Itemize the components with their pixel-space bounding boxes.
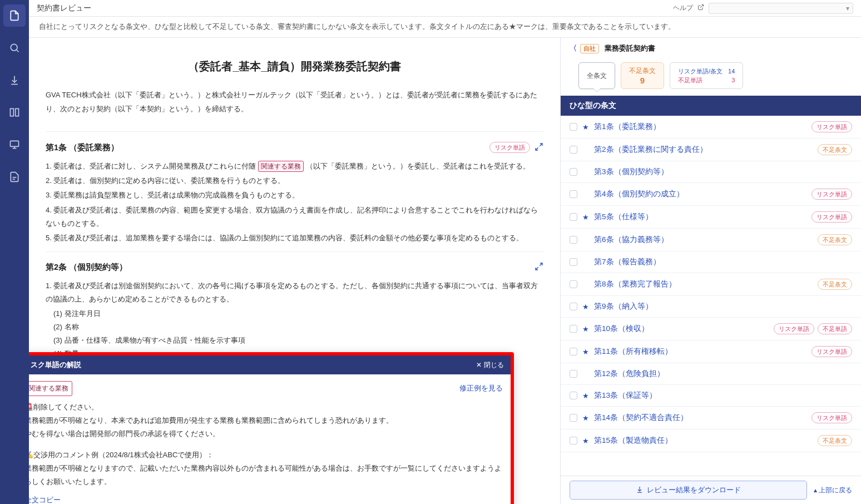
nav-document-icon[interactable] (3, 4, 26, 27)
clause-badges: リスク単語 (811, 412, 852, 423)
clause-checkbox[interactable] (570, 168, 577, 176)
clause-link[interactable]: 第1条（委託業務） (594, 122, 807, 132)
clause-row[interactable]: ★第4条（個別契約の成立）リスク単語 (561, 183, 861, 206)
tab-missing-clauses[interactable]: 不足条文 9 (621, 62, 664, 89)
clause-checkbox[interactable] (570, 325, 577, 333)
clause-checkbox[interactable] (570, 370, 577, 378)
risk-badge: リスク単語 (811, 412, 852, 423)
highlighted-term[interactable]: 関連する業務 (258, 161, 304, 172)
expand-icon[interactable] (535, 142, 543, 153)
clause-checkbox[interactable] (570, 437, 577, 444)
clause-row[interactable]: ★第5条（仕様等）リスク単語 (561, 206, 861, 229)
star-icon: ★ (582, 258, 590, 266)
clause-checkbox[interactable] (570, 123, 577, 131)
clause-row[interactable]: ★第1条（委託業務）リスク単語 (561, 116, 861, 139)
clause-row[interactable]: ★第12条（危険負担） (561, 363, 861, 385)
nav-compare-icon[interactable] (3, 101, 26, 123)
clause-link[interactable]: 第11条（所有権移転） (594, 347, 807, 357)
clause-checkbox[interactable] (570, 213, 577, 221)
clause-checkbox[interactable] (570, 146, 577, 154)
clause-checkbox[interactable] (570, 280, 577, 288)
expand-icon[interactable] (535, 262, 543, 273)
nav-display-icon[interactable] (3, 134, 26, 156)
missing-clause-badge: 不足条文 (818, 279, 852, 290)
svg-rect-4 (16, 108, 19, 116)
clause-link[interactable]: 第4条（個別契約の成立） (594, 189, 807, 199)
clause-checkbox[interactable] (570, 258, 577, 266)
star-icon: ★ (582, 414, 590, 422)
risk-badge: リスク単語 (811, 189, 852, 200)
help-link[interactable]: ヘルプ (673, 3, 693, 13)
clause-row[interactable]: ★第15条（製造物責任）不足条文 (561, 429, 861, 452)
clause-link[interactable]: 第9条（納入等） (594, 302, 848, 312)
clause-row[interactable]: ★第3条（個別契約等） (561, 161, 861, 183)
clause-1-4: 4. 委託者及び受託者は、委託業務の内容、範囲を変更する場合、双方協議のうえ書面… (46, 204, 543, 230)
clause-row[interactable]: ★第13条（保証等） (561, 385, 861, 407)
clause-link[interactable]: 第8条（業務完了報告） (594, 279, 813, 289)
popup-close-button[interactable]: ✕ 閉じる (476, 360, 504, 370)
clause-row[interactable]: ★第7条（報告義務） (561, 251, 861, 273)
star-icon: ★ (582, 213, 590, 221)
clause-link[interactable]: 第15条（製造物責任） (594, 436, 813, 446)
clause-link[interactable]: 第13条（保証等） (594, 391, 848, 401)
clause-link[interactable]: 第5条（仕様等） (594, 212, 807, 222)
clause-row[interactable]: ★第6条（協力義務等）不足条文 (561, 229, 861, 251)
clause-row[interactable]: ★第2条（委託業務に関する責任）不足条文 (561, 139, 861, 161)
view-fix-example-link[interactable]: 修正例を見る (459, 382, 503, 395)
clause-link[interactable]: 第12条（危険負担） (594, 369, 848, 379)
clause-link[interactable]: 第3条（個別契約等） (594, 167, 848, 177)
clause-checkbox[interactable] (570, 348, 577, 355)
document-pane: （委託者_基本_請負）開発業務委託契約書 GVA TECH株式会社（以下「委託者… (29, 38, 561, 504)
template-clauses-header: ひな型の条文 (561, 96, 861, 116)
clause-badges: リスク単語 (811, 189, 852, 200)
svg-point-0 (11, 44, 17, 51)
svg-line-13 (540, 263, 542, 266)
clause-row[interactable]: ★第14条（契約不適合責任）リスク単語 (561, 407, 861, 429)
nav-search-icon[interactable] (3, 37, 26, 59)
clause-link[interactable]: 第2条（委託業務に関する責任） (594, 145, 813, 155)
tab-stats[interactable]: リスク単語/条文14 不足単語3 (670, 62, 743, 89)
clause-checkbox[interactable] (570, 392, 577, 399)
clause-checkbox[interactable] (570, 303, 577, 310)
document-title: （委託者_基本_請負）開発業務委託契約書 (46, 59, 543, 74)
risk-badge[interactable]: リスク単語 (489, 142, 530, 153)
chevron-left-icon: 〈 (570, 43, 577, 53)
breadcrumb-back[interactable]: 〈 自社 業務委託契約書 (570, 43, 852, 53)
clause-row[interactable]: ★第10条（検収）リスク単語不足単語 (561, 318, 861, 340)
clause-checkbox[interactable] (570, 190, 577, 198)
risk-badge: リスク単語 (811, 121, 852, 132)
nav-page-icon[interactable] (3, 166, 26, 188)
tab-all-clauses[interactable]: 全条文 (578, 62, 615, 89)
svg-line-12 (536, 147, 538, 150)
clause-2-1-1: (1) 発注年月日 (53, 307, 543, 320)
download-review-button[interactable]: レビュー結果をダウンロード (570, 481, 807, 500)
top-dropdown[interactable]: ▾ (709, 3, 853, 14)
clause-badges: リスク単語不足単語 (774, 323, 852, 334)
clause-checkbox[interactable] (570, 236, 577, 244)
star-icon: ★ (582, 370, 590, 378)
clause-badges: リスク単語 (811, 121, 852, 132)
copy-all-link[interactable]: 全文コピー (29, 494, 61, 504)
star-icon: ★ (582, 348, 590, 356)
missing-clause-badge: 不足条文 (818, 144, 852, 155)
clause-badges: リスク単語 (811, 346, 852, 357)
clause-row[interactable]: ★第11条（所有権移転）リスク単語 (561, 340, 861, 363)
star-icon: ★ (582, 190, 590, 199)
nav-download-icon[interactable] (3, 69, 26, 91)
clause-row[interactable]: ★第8条（業務完了報告）不足条文 (561, 273, 861, 296)
contract-type-title: 業務委託契約書 (605, 43, 655, 53)
clause-1-3: 3. 委託業務は請負型業務とし、受託者は成果物の完成義務を負うものとする。 (46, 189, 543, 202)
clause-link[interactable]: 第6条（協力義務等） (594, 235, 813, 245)
article-1-title: 第1条 （委託業務） (46, 142, 119, 153)
clause-badges: 不足条文 (818, 144, 852, 155)
clause-link[interactable]: 第10条（検収） (594, 324, 769, 334)
clause-checkbox[interactable] (570, 414, 577, 422)
clause-link[interactable]: 第7条（報告義務） (594, 257, 848, 267)
article-2-title: 第2条 （個別契約等） (46, 262, 127, 273)
popup-line-1: 🚨削除してください。 (29, 401, 503, 414)
risk-badge: リスク単語 (811, 346, 852, 357)
clause-row[interactable]: ★第9条（納入等） (561, 296, 861, 318)
missing-clause-badge: 不足条文 (818, 234, 852, 245)
back-to-top-link[interactable]: ▴ 上部に戻る (814, 486, 852, 495)
clause-link[interactable]: 第14条（契約不適合責任） (594, 413, 807, 423)
